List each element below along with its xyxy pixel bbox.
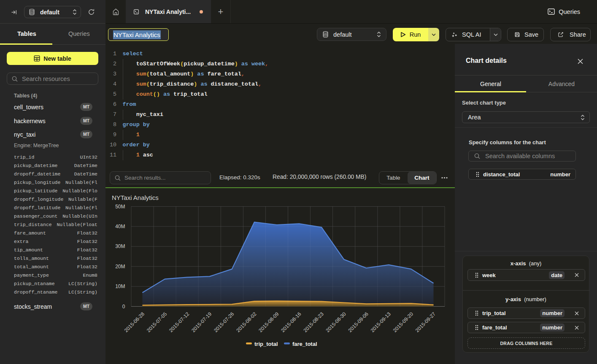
svg-text:2015-09-13: 2015-09-13	[370, 311, 392, 334]
svg-text:2015-06-28: 2015-06-28	[123, 311, 146, 334]
svg-text:2015-07-26: 2015-07-26	[213, 311, 235, 334]
svg-text:2015-07-12: 2015-07-12	[168, 311, 191, 334]
svg-text:2015-08-30: 2015-08-30	[325, 311, 348, 334]
svg-text:2015-08-16: 2015-08-16	[280, 311, 303, 334]
svg-text:2015-09-06: 2015-09-06	[347, 311, 370, 334]
svg-text:2015-08-09: 2015-08-09	[257, 311, 280, 334]
svg-text:2015-07-19: 2015-07-19	[190, 311, 213, 334]
svg-text:40M: 40M	[115, 224, 125, 229]
svg-text:0: 0	[122, 304, 125, 310]
svg-text:20M: 20M	[115, 264, 125, 270]
svg-text:fare_total: fare_total	[292, 341, 317, 347]
svg-text:10M: 10M	[115, 283, 125, 289]
svg-text:2015-07-05: 2015-07-05	[146, 311, 168, 334]
svg-text:2015-09-20: 2015-09-20	[392, 311, 415, 334]
svg-text:2015-08-02: 2015-08-02	[235, 311, 258, 334]
svg-text:30M: 30M	[115, 243, 125, 249]
svg-text:50M: 50M	[115, 204, 125, 210]
svg-text:trip_total: trip_total	[254, 341, 278, 347]
svg-text:NYTaxi Analytics: NYTaxi Analytics	[112, 194, 159, 201]
svg-text:2015-08-23: 2015-08-23	[302, 311, 325, 334]
svg-text:2015-09-27: 2015-09-27	[414, 311, 437, 334]
